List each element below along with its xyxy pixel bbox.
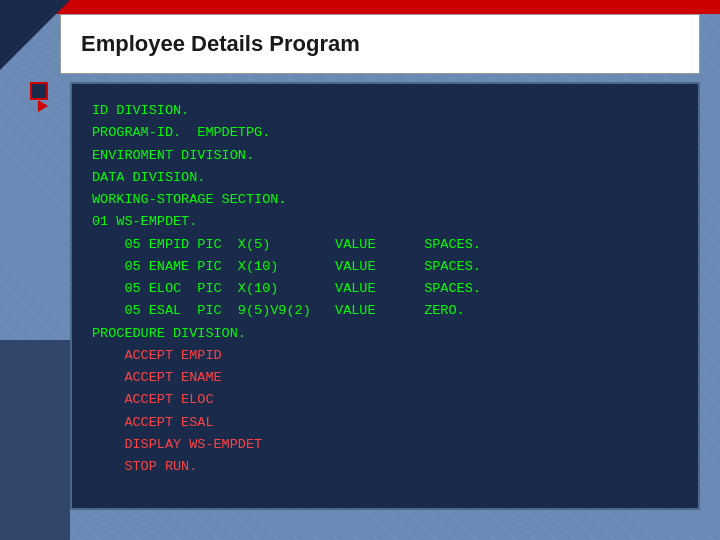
code-line-4: DATA DIVISION. (92, 167, 678, 189)
code-line-12: ACCEPT EMPID (92, 345, 678, 367)
code-block: ID DIVISION. PROGRAM-ID. EMPDETPG. ENVIR… (92, 100, 678, 479)
code-line-9: 05 ELOC PIC X(10) VALUE SPACES. (92, 278, 678, 300)
title-bar: Employee Details Program (60, 14, 700, 74)
icon-area (30, 82, 66, 118)
code-line-7: 05 EMPID PIC X(5) VALUE SPACES. (92, 234, 678, 256)
code-line-5: WORKING-STORAGE SECTION. (92, 189, 678, 211)
icon-square (30, 82, 48, 100)
code-line-15: ACCEPT ESAL (92, 412, 678, 434)
code-line-10: 05 ESAL PIC 9(5)V9(2) VALUE ZERO. (92, 300, 678, 322)
code-line-3: ENVIROMENT DIVISION. (92, 145, 678, 167)
code-line-2: PROGRAM-ID. EMPDETPG. (92, 122, 678, 144)
code-line-6: 01 WS-EMPDET. (92, 211, 678, 233)
page-title: Employee Details Program (81, 31, 360, 57)
arrow-icon (38, 100, 48, 112)
code-line-1: ID DIVISION. (92, 100, 678, 122)
code-line-13: ACCEPT ENAME (92, 367, 678, 389)
code-line-17: STOP RUN. (92, 456, 678, 478)
code-line-14: ACCEPT ELOC (92, 389, 678, 411)
code-line-11: PROCEDURE DIVISION. (92, 323, 678, 345)
top-bar (0, 0, 720, 14)
bottom-left-block (0, 340, 70, 540)
code-content-area: ID DIVISION. PROGRAM-ID. EMPDETPG. ENVIR… (70, 82, 700, 510)
outer-container: Employee Details Program ID DIVISION. PR… (0, 0, 720, 540)
code-line-16: DISPLAY WS-EMPDET (92, 434, 678, 456)
code-line-8: 05 ENAME PIC X(10) VALUE SPACES. (92, 256, 678, 278)
